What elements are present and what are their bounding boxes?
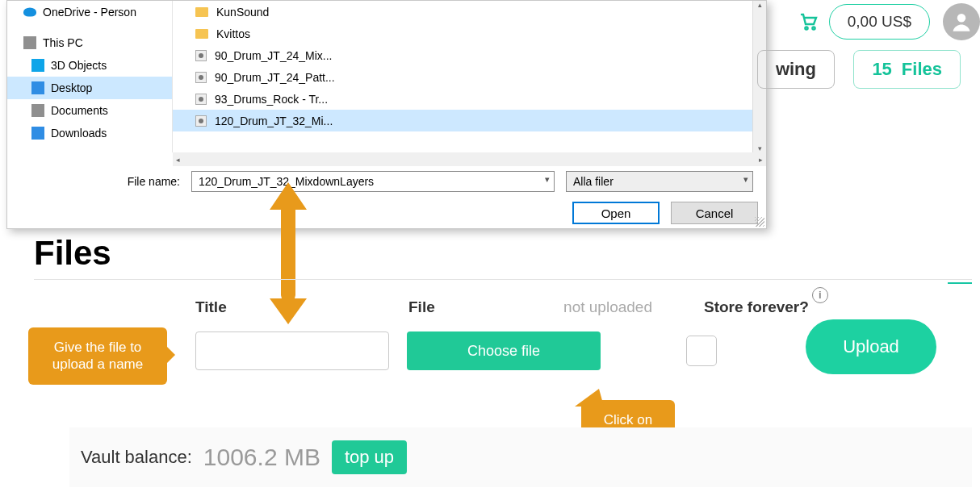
store-forever-label: Store forever?: [704, 298, 809, 315]
media-file-icon: [195, 50, 207, 61]
cancel-button[interactable]: Cancel: [671, 202, 758, 224]
tree-downloads[interactable]: Downloads: [7, 122, 172, 144]
file-name: 120_Drum_JT_32_Mi...: [215, 115, 333, 127]
top-up-button[interactable]: top up: [332, 440, 407, 474]
files-count: 15: [872, 59, 891, 80]
scroll-right-icon[interactable]: ▸: [759, 156, 763, 164]
files-label: Files: [902, 59, 942, 80]
open-button[interactable]: Open: [572, 202, 660, 224]
files-tab[interactable]: 15 Files: [853, 50, 961, 89]
tree-onedrive[interactable]: OneDrive - Person: [7, 1, 172, 23]
folder-tree: OneDrive - Person This PC 3D Objects Des…: [7, 1, 173, 152]
horizontal-scrollbar[interactable]: ◂▸: [173, 152, 766, 166]
page-title: Files: [34, 234, 111, 273]
cart-total[interactable]: 0,00 US$: [829, 4, 930, 40]
callout-text: upload a name: [40, 356, 156, 373]
callout-name-file: Give the file to upload a name: [28, 327, 167, 385]
vault-value: 1006.2 MB: [203, 444, 320, 471]
title-input[interactable]: [195, 331, 389, 370]
list-item[interactable]: 93_Drums_Rock - Tr...: [173, 88, 766, 110]
media-file-icon: [195, 72, 207, 83]
tree-3d-objects[interactable]: 3D Objects: [7, 54, 172, 77]
file-name: Kvittos: [216, 27, 250, 40]
store-forever-checkbox[interactable]: [686, 336, 717, 366]
title-column-label: Title: [195, 298, 408, 316]
vault-balance-bar: Vault balance: 1006.2 MB top up: [69, 427, 972, 487]
filename-input[interactable]: [191, 171, 555, 192]
svg-point-0: [805, 27, 807, 29]
scroll-down-icon[interactable]: ▾: [758, 144, 762, 152]
file-name: 93_Drums_Rock - Tr...: [215, 93, 328, 106]
upload-button[interactable]: Upload: [806, 319, 936, 374]
divider: [34, 279, 972, 280]
list-item[interactable]: KunSound: [173, 1, 766, 23]
following-tab-fragment[interactable]: wing: [757, 50, 835, 89]
file-column-label: File: [408, 298, 435, 316]
svg-point-1: [812, 27, 815, 29]
list-item[interactable]: Kvittos: [173, 23, 766, 44]
tree-label: OneDrive - Person: [43, 6, 136, 19]
vault-label: Vault balance:: [81, 447, 192, 468]
pc-icon: [23, 36, 36, 49]
choose-file-button[interactable]: Choose file: [407, 331, 601, 370]
folder-icon: [195, 7, 208, 17]
list-item[interactable]: 120_Drum_JT_32_Mi...: [173, 110, 766, 131]
cart-icon[interactable]: [798, 11, 819, 32]
tree-label: This PC: [43, 36, 83, 49]
profile-avatar[interactable]: [943, 3, 980, 40]
upload-status: not uploaded: [563, 298, 652, 316]
tree-documents[interactable]: Documents: [7, 99, 172, 122]
onedrive-icon: [23, 7, 36, 16]
callout-text: Give the file to: [40, 339, 156, 356]
media-file-icon: [195, 94, 207, 105]
file-name: 90_Drum_JT_24_Mix...: [215, 49, 333, 62]
callout-text: Click on: [593, 411, 664, 428]
file-open-dialog: OneDrive - Person This PC 3D Objects Des…: [6, 0, 767, 229]
file-type-filter[interactable]: [566, 171, 753, 192]
scroll-up-icon[interactable]: ▴: [758, 1, 762, 9]
tree-this-pc[interactable]: This PC: [7, 31, 172, 54]
divider-accent: [948, 282, 972, 284]
tree-label: Documents: [51, 104, 108, 117]
document-icon: [31, 104, 44, 117]
svg-point-2: [957, 14, 966, 22]
tree-label: Desktop: [51, 81, 92, 94]
tree-desktop[interactable]: Desktop: [7, 77, 172, 99]
tree-label: Downloads: [51, 127, 107, 140]
filename-label: File name:: [7, 175, 180, 188]
download-icon: [31, 127, 44, 140]
tree-label: 3D Objects: [51, 59, 107, 72]
scroll-left-icon[interactable]: ◂: [176, 156, 180, 164]
list-item[interactable]: 90_Drum_JT_24_Patt...: [173, 66, 766, 88]
media-file-icon: [195, 115, 207, 127]
resize-handle-icon[interactable]: [755, 217, 764, 227]
cube-icon: [31, 59, 44, 72]
folder-icon: [195, 29, 208, 39]
list-item[interactable]: 90_Drum_JT_24_Mix...: [173, 44, 766, 66]
info-icon[interactable]: i: [812, 287, 828, 303]
topbar-right: 0,00 US$: [798, 0, 980, 40]
desktop-icon: [31, 81, 44, 94]
file-name: 90_Drum_JT_24_Patt...: [215, 71, 335, 84]
file-list: KunSound Kvittos 90_Drum_JT_24_Mix... 90…: [173, 1, 766, 152]
file-name: KunSound: [216, 6, 269, 19]
